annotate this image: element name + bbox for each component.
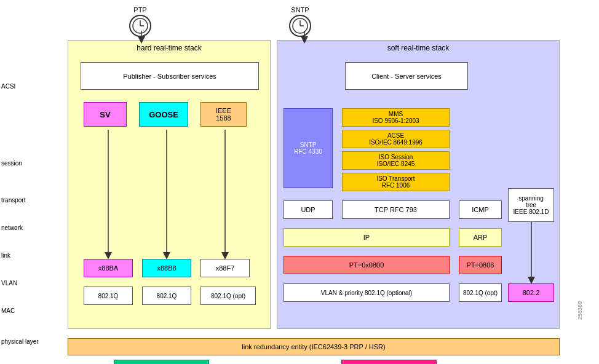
mac-redundancy-box: link redundancy entity (IEC62439-3 PRP /… — [68, 338, 560, 355]
label-acsi: ACSI — [1, 83, 15, 90]
label-network: network — [1, 224, 23, 231]
sntp-clock: SNTP — [289, 6, 311, 37]
acsi-soft-box: Client - Server services — [345, 62, 468, 90]
mms-box: MMS ISO 9506-1:2003 — [342, 108, 450, 127]
vlan-ieee-box: 802.1Q (opt) — [200, 287, 256, 305]
label-session: session — [1, 160, 22, 167]
icmp-box: ICMP — [459, 200, 502, 219]
sntp-clock-icon — [289, 15, 311, 37]
pt0806-box: PT=0806 — [459, 256, 502, 274]
arp-box: ARP — [459, 228, 502, 247]
ieee8022-box: 802.2 — [508, 283, 554, 302]
watermark: 256369 — [577, 301, 583, 320]
acse-box: ACSE ISO/IEC 8649:1996 — [342, 130, 450, 148]
vlan-goose-box: 802.1Q — [142, 287, 191, 305]
ip-box: IP — [284, 228, 450, 247]
side-labels: ACSI session transport network link VLAN… — [0, 0, 34, 364]
x88b8-box: x88B8 — [142, 259, 191, 277]
vlan-sv-box: 802.1Q — [84, 287, 133, 305]
udp-box: UDP — [284, 200, 333, 219]
sntp-label: SNTP — [291, 6, 309, 14]
goose-box: GOOSE — [139, 102, 188, 127]
pt0800-box: PT=0x0800 — [284, 256, 450, 274]
ptp-label: PTP — [133, 6, 146, 14]
label-mac: MAC — [1, 307, 15, 314]
label-transport: transport — [1, 197, 25, 204]
ptp-clock: PTP — [129, 6, 151, 37]
acsi-hard-box: Publisher - Subscriber services — [81, 62, 259, 90]
soft-stack-title: soft real-time stack — [277, 41, 559, 53]
vlan-opt-soft-box: 802.1Q (opt) — [459, 283, 502, 302]
tcp-box: TCP RFC 793 — [342, 200, 450, 219]
hard-stack-title: hard real-time stack — [68, 41, 270, 53]
x88ba-box: x88BA — [84, 259, 133, 277]
iso-transport-box: ISO Transport RFC 1006 — [342, 173, 450, 191]
ptp-clock-icon — [129, 15, 151, 37]
label-vlan: VLAN — [1, 280, 17, 287]
ieee1588-box: IEEE 1588 — [200, 102, 247, 127]
vlan-priority-box: VLAN & priority 802.1Q (optional) — [284, 283, 450, 302]
iso-session-box: ISO Session ISO/IEC 8245 — [342, 151, 450, 170]
spanning-tree-box: spanning tree IEEE 802.1D — [508, 188, 554, 222]
soft-stack-box: soft real-time stack Client - Server ser… — [277, 40, 560, 329]
diagram-area: PTP SNTP hard real-time st — [34, 6, 584, 357]
sv-box: SV — [84, 102, 127, 127]
sntp-rfc-box: SNTP RFC 4330 — [284, 108, 333, 188]
x88f7-box: x88F7 — [200, 259, 250, 277]
hard-stack-box: hard real-time stack Publisher - Subscri… — [68, 40, 271, 329]
ethernet-a-box: Ethernet A — [341, 360, 437, 364]
label-link: link — [1, 252, 10, 259]
label-physical: physical layer — [1, 338, 39, 345]
ethernet-b-box: Ethernet B — [114, 360, 209, 364]
main-container: ACSI session transport network link VLAN… — [0, 0, 599, 364]
